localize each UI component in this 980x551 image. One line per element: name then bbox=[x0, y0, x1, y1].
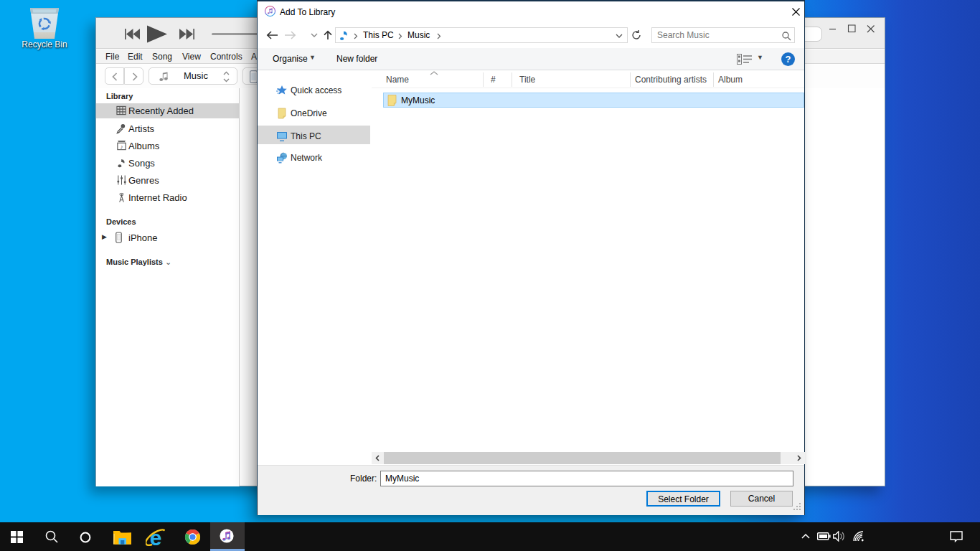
svg-text:♪: ♪ bbox=[121, 143, 123, 150]
